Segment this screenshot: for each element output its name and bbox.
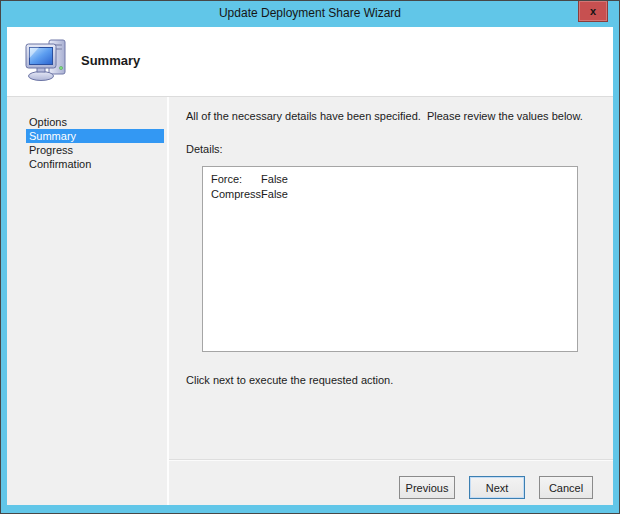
main-pane: All of the necessary details have been s… (169, 97, 613, 505)
sidebar-item-options[interactable]: Options (26, 115, 164, 129)
wizard-window: Update Deployment Share Wizard x (0, 0, 620, 514)
wizard-header: Summary (7, 27, 613, 97)
computer-icon (25, 38, 71, 84)
intro-text: All of the necessary details have been s… (186, 110, 583, 122)
page-title: Summary (81, 53, 140, 68)
steps-sidebar: Options Summary Progress Confirmation (7, 97, 167, 505)
sidebar-item-confirmation[interactable]: Confirmation (26, 157, 164, 171)
details-box[interactable]: Force: False Compress: False (202, 166, 578, 352)
sidebar-item-summary[interactable]: Summary (26, 129, 164, 143)
cancel-button[interactable]: Cancel (539, 476, 593, 499)
wizard-body: Options Summary Progress Confirmation Al… (7, 97, 613, 505)
previous-button[interactable]: Previous (399, 476, 455, 499)
detail-name: Compress: (211, 187, 258, 202)
footer-divider (169, 459, 613, 460)
window-content: Summary Options Summary Progress Confirm… (7, 27, 613, 505)
button-row: Previous Next Cancel (399, 476, 593, 499)
detail-value: False (261, 188, 288, 200)
close-icon[interactable]: x (578, 1, 608, 22)
titlebar[interactable]: Update Deployment Share Wizard x (1, 1, 619, 27)
detail-name: Force: (211, 172, 258, 187)
detail-value: False (261, 173, 288, 185)
detail-row-compress: Compress: False (211, 187, 569, 202)
window-title: Update Deployment Share Wizard (1, 6, 619, 20)
details-label: Details: (186, 143, 223, 155)
footer-note: Click next to execute the requested acti… (186, 374, 393, 386)
detail-row-force: Force: False (211, 172, 569, 187)
sidebar-item-progress[interactable]: Progress (26, 143, 164, 157)
next-button[interactable]: Next (469, 476, 525, 499)
